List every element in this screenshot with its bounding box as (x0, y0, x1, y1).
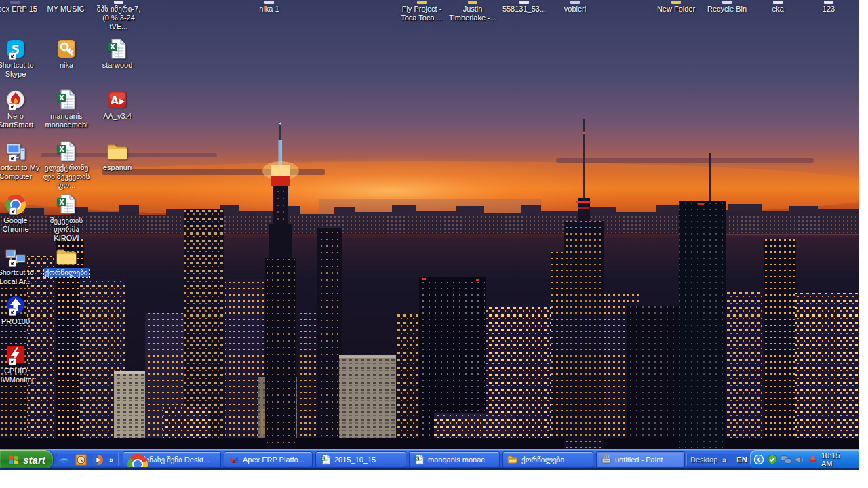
task-button-deskt[interactable]: მანახე შენი Deskt... (123, 451, 221, 468)
system-tray: 10:15 AM (750, 450, 859, 468)
desktop-icon-new-folder[interactable]: New Folder (651, 0, 701, 14)
desktop-icon-label: Google Chrome (0, 216, 41, 234)
desktop-icon-label: Recycle Bin (707, 5, 747, 14)
toolbar-overflow-chevron[interactable]: » (722, 455, 726, 464)
task-button-manqanis-monac[interactable]: X manqanis monac... (409, 451, 500, 468)
desktop-icon-123[interactable]: 123 (804, 0, 854, 14)
desktop-icon-label: 558131_53... (502, 5, 547, 14)
desktop-icon-eka[interactable]: eka (753, 0, 803, 14)
cut-off-icon (671, 1, 681, 4)
start-button[interactable]: start (0, 450, 53, 469)
excel-icon: X (414, 454, 425, 465)
quick-launch-grip[interactable] (56, 453, 57, 466)
cut-off-icon (773, 1, 783, 4)
desktop-icon-my-music[interactable]: MY MUSIC (41, 0, 91, 14)
desktop-icon-google-chrome[interactable]: Google Chrome (0, 190, 41, 234)
start-button-label: start (23, 454, 45, 466)
aa-icon: A (106, 86, 128, 110)
folder-open-icon (507, 454, 518, 465)
task-button-label: 2015_10_15 (334, 455, 376, 464)
desktop-icon-label: ელექტრონული შეკვეთის ფო... (41, 163, 92, 190)
icon-slot (570, 0, 580, 4)
icon-slot (468, 0, 477, 4)
empire-state-building (262, 122, 299, 449)
excel-icon: X (56, 190, 77, 215)
tray-hide-icons-icon[interactable] (753, 454, 764, 465)
cut-off-icon (519, 1, 529, 4)
apex-icon (229, 454, 239, 465)
quick-launch-overflow-chevron[interactable]: » (109, 455, 113, 464)
task-button-item[interactable]: ქორწილები (502, 451, 593, 468)
shortcut-arrow-icon (9, 207, 17, 215)
icon-slot (824, 0, 833, 4)
desktop-icon-espanuri[interactable]: espanuri (92, 138, 142, 172)
desktop-icon-nika-1[interactable]: nika 1 (244, 0, 294, 14)
desktop-icon-cpuid-hwmonitor[interactable]: CPUID HWMonitor (0, 341, 41, 384)
shortcut-arrow-icon (9, 103, 16, 110)
tray-network-icon[interactable] (781, 454, 791, 465)
desktop-icon-label: შპს იმერი-7,(0 % 3-24 tVE... (94, 5, 144, 31)
desktop-icon-recycle-bin[interactable]: Recycle Bin (702, 0, 752, 14)
svg-text:A: A (111, 94, 119, 107)
desktop-icon-nero-startsmart[interactable]: Nero StartSmart (0, 86, 41, 129)
network-icon (5, 243, 26, 267)
desktop-icon-label: Justin Timberlake -... (448, 5, 498, 22)
media-player-icon[interactable] (92, 454, 104, 466)
desktop-icon-label: eka (771, 5, 785, 14)
icon-slot (773, 0, 783, 4)
nero-icon (5, 86, 26, 110)
svg-text:X: X (59, 199, 64, 206)
tray-security-check-icon[interactable] (767, 454, 778, 465)
desktop-icon-pro100[interactable]: PRO100 (0, 291, 41, 326)
tray-volume-icon[interactable] (794, 454, 805, 465)
shortcut-arrow-icon (9, 358, 16, 365)
internet-explorer-icon[interactable]: e (58, 454, 70, 466)
desktop-icon-shortcut-to-local-ar[interactable]: Shortcut to Local Ar... (0, 243, 41, 286)
desktop-icon-fly-project-toca-toca[interactable]: Fly Project - Toca Toca ... (397, 0, 447, 22)
shortcut-arrow-icon (9, 260, 16, 267)
desktop-icon-nika[interactable]: nika (41, 35, 92, 70)
tasks-grip[interactable] (118, 453, 119, 466)
task-button-2015-10-15[interactable]: X 2015_10_15 (315, 451, 406, 468)
cut-off-icon (264, 1, 274, 4)
icon-slot (264, 0, 274, 4)
svg-text:X: X (59, 146, 64, 153)
paint-icon (601, 454, 612, 465)
cut-off-icon (114, 1, 123, 4)
desktop-icon-item[interactable]: ქორწილები (41, 243, 92, 277)
desktop-icon-justin-timberlake[interactable]: Justin Timberlake -... (448, 0, 498, 22)
desktop-icon-vobleri[interactable]: vobleri (550, 0, 600, 14)
desktop-icon-shortcut-to-skype[interactable]: S Shortcut to Skype (0, 35, 41, 79)
icon-slot (114, 0, 123, 4)
language-indicator[interactable]: EN (734, 450, 750, 469)
desktop-icon-aa-v3-4[interactable]: A AA_v3.4 (92, 86, 142, 121)
icon-slot (417, 0, 427, 4)
cut-off-icon (570, 1, 580, 4)
task-button-label: manqanis monac... (428, 455, 491, 464)
folder-icon (56, 243, 77, 267)
cut-off-icon (824, 1, 833, 4)
cut-off-icon (468, 1, 477, 4)
skype-icon: S (5, 35, 26, 60)
task-button-label: მანახე შენი Deskt... (142, 455, 210, 464)
desktop-icon-558131-53[interactable]: 558131_53... (499, 0, 549, 14)
windows-flag-icon (7, 453, 20, 466)
desktop-icon-7-0-3-24-tve[interactable]: შპს იმერი-7,(0 % 3-24 tVE... (94, 0, 144, 31)
desktop-icon-manqanis-monacemebi[interactable]: X manqanis monacemebi (41, 86, 92, 129)
desktop-icon-kirovi[interactable]: X შეკვეთის ფორმა KIROVI (41, 190, 92, 243)
taskbar-clock[interactable]: 10:15 AM (821, 451, 859, 468)
clock-app-icon[interactable] (75, 454, 87, 466)
desktop[interactable]: Apex ERP 15 MY MUSIC შპს იმერი-7,(0 % 3-… (0, 0, 859, 470)
task-button-untitled-paint[interactable]: untitled - Paint (596, 451, 685, 468)
desktop-toolbar-label[interactable]: Desktop (690, 455, 717, 464)
excel-icon: X (56, 86, 77, 110)
desktop-icon-shortcut-to-my-computer[interactable]: Shortcut to My Computer (0, 138, 41, 181)
desktop-icon-item[interactable]: X ელექტრონული შეკვეთის ფო... (41, 138, 92, 190)
desktop-icon-starwood[interactable]: X starwood (92, 35, 142, 70)
desktop-icon-apex-erp-15[interactable]: Apex ERP 15 (0, 0, 40, 14)
tray-dialer-icon[interactable] (808, 454, 818, 465)
desktop-icon-label: შეკვეთის ფორმა KIROVI (41, 216, 92, 243)
task-button-apex-erp-platfo[interactable]: Apex ERP Platfo... (224, 451, 313, 468)
desktop-icon-label: espanuri (102, 163, 132, 172)
toolbar-grip[interactable] (686, 453, 688, 466)
